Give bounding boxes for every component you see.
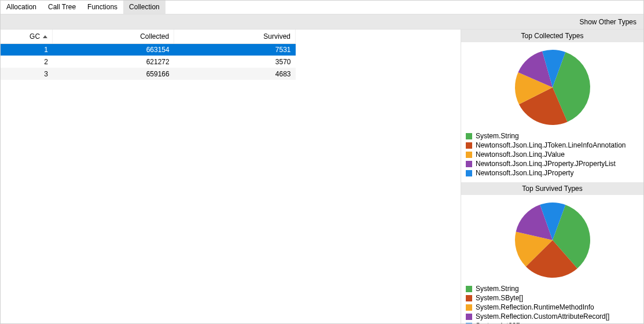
tab-collection[interactable]: Collection: [123, 1, 165, 14]
legend-label: Newtonsoft.Json.Linq.JValue: [476, 150, 565, 159]
legend-item[interactable]: System.Reflection.CustomAttributeRecord[…: [466, 312, 639, 321]
cell-survived: 7531: [174, 43, 296, 56]
toolbar: Show Other Types: [1, 14, 643, 30]
pie-chart: [461, 42, 643, 131]
tab-allocation[interactable]: Allocation: [1, 1, 42, 14]
legend-label: System.String: [476, 284, 519, 293]
legend-label: Newtonsoft.Json.Linq.JProperty.JProperty…: [476, 159, 616, 168]
legend-swatch: [466, 142, 472, 149]
legend-swatch: [466, 170, 472, 176]
column-header-label: Collected: [140, 32, 169, 41]
legend-item[interactable]: System.String: [466, 284, 639, 293]
column-header-survived[interactable]: Survived: [174, 30, 296, 43]
legend-label: System.String: [476, 131, 519, 141]
legend-item[interactable]: System.SByte[]: [466, 293, 639, 303]
column-header-label: GC: [30, 32, 40, 41]
legend-label: System.SByte[]: [476, 293, 523, 303]
tab-call-tree[interactable]: Call Tree: [42, 1, 82, 14]
legend-swatch: [466, 304, 472, 311]
legend-item[interactable]: System.String: [466, 131, 639, 141]
main-split: GC Collected Survived 1 663154 7531: [1, 30, 643, 323]
cell-gc: 3: [1, 68, 53, 80]
legend-label: System.Reflection.CustomAttributeRecord[…: [476, 312, 609, 321]
table-row[interactable]: 2 621272 3570: [1, 56, 296, 68]
gc-table: GC Collected Survived 1 663154 7531: [1, 30, 296, 80]
legend-item[interactable]: Newtonsoft.Json.Linq.JProperty.JProperty…: [466, 159, 639, 168]
legend-swatch: [466, 314, 472, 320]
cell-survived: 4683: [174, 68, 296, 80]
cell-collected: 659166: [53, 68, 174, 80]
column-header-label: Survived: [263, 32, 290, 41]
top-survived-types-chart: Top Survived Types System.StringSystem.S…: [461, 182, 643, 323]
legend-swatch: [466, 295, 472, 301]
chart-title: Top Survived Types: [461, 182, 643, 195]
cell-collected: 663154: [53, 43, 174, 56]
chart-legend: System.StringSystem.SByte[]System.Reflec…: [461, 284, 643, 323]
legend-swatch: [466, 286, 472, 292]
chart-title: Top Collected Types: [461, 30, 643, 42]
legend-swatch: [466, 133, 472, 139]
pie-chart: [461, 195, 643, 284]
cell-collected: 621272: [53, 56, 174, 68]
legend-item[interactable]: Newtonsoft.Json.Linq.JProperty: [466, 168, 639, 178]
column-header-gc[interactable]: GC: [1, 30, 53, 43]
legend-item[interactable]: Newtonsoft.Json.Linq.JToken.LineInfoAnno…: [466, 141, 639, 150]
pie-svg: [512, 47, 593, 128]
show-other-types-link[interactable]: Show Other Types: [580, 18, 637, 26]
legend-item[interactable]: System.Int32[]: [466, 321, 639, 323]
cell-survived: 3570: [174, 56, 296, 68]
legend-swatch: [466, 323, 472, 324]
legend-item[interactable]: System.Reflection.RuntimeMethodInfo: [466, 303, 639, 312]
cell-gc: 2: [1, 56, 53, 68]
legend-swatch: [466, 161, 472, 167]
gc-table-panel: GC Collected Survived 1 663154 7531: [1, 30, 461, 323]
pie-svg: [512, 200, 593, 281]
legend-item[interactable]: Newtonsoft.Json.Linq.JValue: [466, 150, 639, 159]
cell-gc: 1: [1, 43, 53, 56]
sort-asc-icon: [43, 35, 47, 38]
legend-label: Newtonsoft.Json.Linq.JProperty: [476, 168, 573, 178]
charts-panel: Top Collected Types System.StringNewtons…: [461, 30, 643, 323]
legend-label: System.Int32[]: [476, 321, 520, 323]
legend-swatch: [466, 152, 472, 158]
top-collected-types-chart: Top Collected Types System.StringNewtons…: [461, 30, 643, 182]
legend-label: Newtonsoft.Json.Linq.JToken.LineInfoAnno…: [476, 141, 626, 150]
column-header-collected[interactable]: Collected: [53, 30, 174, 43]
table-row[interactable]: 1 663154 7531: [1, 43, 296, 56]
tab-bar: Allocation Call Tree Functions Collectio…: [1, 1, 643, 14]
chart-legend: System.StringNewtonsoft.Json.Linq.JToken…: [461, 131, 643, 182]
legend-label: System.Reflection.RuntimeMethodInfo: [476, 303, 594, 312]
table-row[interactable]: 3 659166 4683: [1, 68, 296, 80]
tab-functions[interactable]: Functions: [82, 1, 123, 14]
